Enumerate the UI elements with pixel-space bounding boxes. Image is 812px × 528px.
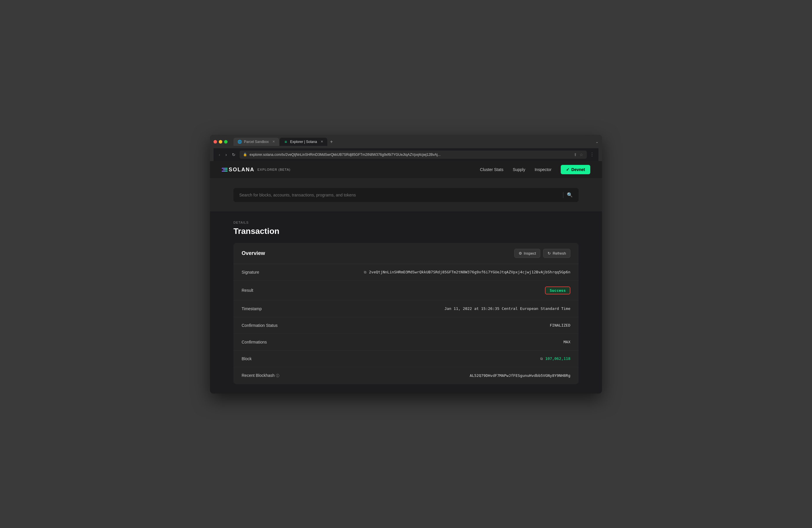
back-button[interactable]: ‹ bbox=[218, 152, 221, 158]
row-value-blockhash: AL52Q79DHvdF7MAPwJfFESgunuHvdbb5VGNy8Y9N… bbox=[470, 373, 570, 378]
section-label: DETAILS bbox=[233, 221, 579, 224]
row-value-block: ⧉ 107,062,118 bbox=[540, 356, 570, 361]
traffic-lights bbox=[214, 140, 228, 144]
site-nav: SOLANA EXPLORER (BETA) Cluster Stats Sup… bbox=[210, 161, 602, 179]
address-bar: ‹ › ↻ 🔒 explorer.solana.com/tx/2veQtjNnL… bbox=[214, 148, 598, 161]
logo-bars bbox=[222, 168, 228, 172]
row-label-result: Result bbox=[242, 288, 300, 293]
table-row: Timestamp Jan 11, 2022 at 15:26:35 Centr… bbox=[233, 300, 579, 317]
row-label-timestamp: Timestamp bbox=[242, 306, 300, 311]
success-badge: Success bbox=[545, 287, 570, 294]
block-copy-icon[interactable]: ⧉ bbox=[540, 357, 543, 361]
search-bar: 🔍 bbox=[233, 188, 579, 202]
parcel-tab-label: Parcel Sandbox bbox=[244, 140, 269, 144]
refresh-icon: ↻ bbox=[548, 251, 551, 255]
tabs-chevron-icon: ⌄ bbox=[596, 140, 598, 144]
inspect-icon: ⚙ bbox=[519, 251, 522, 255]
search-section: 🔍 bbox=[210, 179, 602, 211]
refresh-label: Refresh bbox=[553, 251, 566, 255]
table-row: Confirmations MAX bbox=[233, 334, 579, 351]
url-text: explorer.solana.com/tx/2veQtjNnLinSHRmD3… bbox=[249, 152, 571, 157]
nav-link-cluster-stats[interactable]: Cluster Stats bbox=[480, 167, 503, 172]
nav-link-inspector[interactable]: Inspector bbox=[535, 167, 552, 172]
details-section: DETAILS Transaction Overview ⚙ Inspect ↻… bbox=[210, 211, 602, 394]
tab-explorer[interactable]: ≡ Explorer | Solana ✕ bbox=[280, 138, 327, 146]
row-label-blockhash: Recent Blockhash ⓘ bbox=[242, 373, 300, 378]
table-row: Block ⧉ 107,062,118 bbox=[233, 351, 579, 367]
row-label-block: Block bbox=[242, 356, 300, 361]
url-actions: ⬆ ☆ bbox=[574, 152, 583, 157]
inspect-label: Inspect bbox=[524, 251, 536, 255]
tab-parcel[interactable]: 🌐 Parcel Sandbox ✕ bbox=[233, 138, 279, 146]
site-logo: SOLANA EXPLORER (BETA) bbox=[222, 167, 290, 173]
search-button[interactable]: 🔍 bbox=[567, 192, 573, 197]
inspect-button[interactable]: ⚙ Inspect bbox=[514, 249, 540, 258]
logo-beta: EXPLORER (BETA) bbox=[257, 168, 290, 171]
new-tab-button[interactable]: + bbox=[328, 138, 335, 146]
refresh-button[interactable]: ↻ Refresh bbox=[543, 249, 570, 258]
nav-links: Cluster Stats Supply Inspector ✓ Devnet bbox=[480, 165, 590, 174]
more-options-icon[interactable]: ⋮ bbox=[590, 152, 594, 157]
search-input[interactable] bbox=[239, 193, 560, 197]
browser-window: 🌐 Parcel Sandbox ✕ ≡ Explorer | Solana ✕… bbox=[210, 135, 602, 394]
table-row: Recent Blockhash ⓘ AL52Q79DHvdF7MAPwJfFE… bbox=[233, 367, 579, 384]
bookmark-icon[interactable]: ☆ bbox=[579, 152, 583, 157]
logo-name: SOLANA bbox=[229, 167, 255, 173]
header-actions: ⚙ Inspect ↻ Refresh bbox=[514, 249, 570, 258]
overview-title: Overview bbox=[242, 250, 265, 256]
section-title: Transaction bbox=[233, 226, 579, 236]
block-number[interactable]: 107,062,118 bbox=[545, 356, 570, 361]
forward-button[interactable]: › bbox=[224, 152, 228, 158]
table-row: Signature ⧉ 2veQtjNnLinSHRmD3MdSwrQkkUB7… bbox=[233, 264, 579, 281]
search-divider bbox=[563, 192, 563, 198]
row-value-timestamp: Jan 11, 2022 at 15:26:35 Central Europea… bbox=[445, 306, 570, 311]
logo-mark: SOLANA bbox=[222, 167, 255, 173]
close-traffic-light[interactable] bbox=[214, 140, 217, 144]
logo-bar-2 bbox=[223, 169, 228, 170]
copy-icon[interactable]: ⧉ bbox=[364, 270, 366, 274]
devnet-button[interactable]: ✓ Devnet bbox=[561, 165, 590, 174]
row-value-confirmations: MAX bbox=[564, 340, 570, 344]
blockhash-info-icon[interactable]: ⓘ bbox=[276, 373, 279, 378]
browser-chrome: 🌐 Parcel Sandbox ✕ ≡ Explorer | Solana ✕… bbox=[210, 135, 602, 161]
titlebar: 🌐 Parcel Sandbox ✕ ≡ Explorer | Solana ✕… bbox=[214, 138, 598, 146]
minimize-traffic-light[interactable] bbox=[219, 140, 222, 144]
row-value-confirmation-status: FINALIZED bbox=[550, 323, 570, 327]
table-row: Confirmation Status FINALIZED bbox=[233, 317, 579, 334]
url-bar[interactable]: 🔒 explorer.solana.com/tx/2veQtjNnLinSHRm… bbox=[240, 150, 587, 159]
devnet-label: Devnet bbox=[571, 167, 585, 172]
explorer-tab-label: Explorer | Solana bbox=[290, 140, 317, 144]
devnet-check-icon: ✓ bbox=[566, 167, 569, 172]
parcel-tab-icon: 🌐 bbox=[237, 140, 242, 144]
explorer-tab-close[interactable]: ✕ bbox=[321, 140, 323, 144]
logo-bar-3 bbox=[222, 171, 228, 172]
nav-link-supply[interactable]: Supply bbox=[513, 167, 525, 172]
tabs-bar: 🌐 Parcel Sandbox ✕ ≡ Explorer | Solana ✕… bbox=[233, 138, 593, 146]
table-row: Result Success bbox=[233, 281, 579, 300]
page-content: SOLANA EXPLORER (BETA) Cluster Stats Sup… bbox=[210, 161, 602, 394]
parcel-tab-close[interactable]: ✕ bbox=[272, 140, 275, 144]
signature-text: 2veQtjNnLinSHRmD3MdSwrQkkUB7SRdj85GFTm2t… bbox=[369, 270, 570, 274]
row-label-confirmation-status: Confirmation Status bbox=[242, 323, 300, 328]
logo-bar-1 bbox=[222, 168, 228, 169]
overview-card: Overview ⚙ Inspect ↻ Refresh Sig bbox=[233, 243, 579, 384]
row-value-signature: ⧉ 2veQtjNnLinSHRmD3MdSwrQkkUB7SRdj85GFTm… bbox=[364, 270, 570, 274]
row-value-result: Success bbox=[545, 287, 570, 294]
reload-button[interactable]: ↻ bbox=[231, 152, 237, 158]
row-label-signature: Signature bbox=[242, 270, 300, 275]
explorer-tab-icon: ≡ bbox=[284, 140, 288, 144]
overview-header: Overview ⚙ Inspect ↻ Refresh bbox=[233, 243, 579, 264]
lock-icon: 🔒 bbox=[243, 152, 247, 157]
share-icon[interactable]: ⬆ bbox=[574, 152, 577, 157]
fullscreen-traffic-light[interactable] bbox=[224, 140, 228, 144]
row-label-confirmations: Confirmations bbox=[242, 340, 300, 344]
